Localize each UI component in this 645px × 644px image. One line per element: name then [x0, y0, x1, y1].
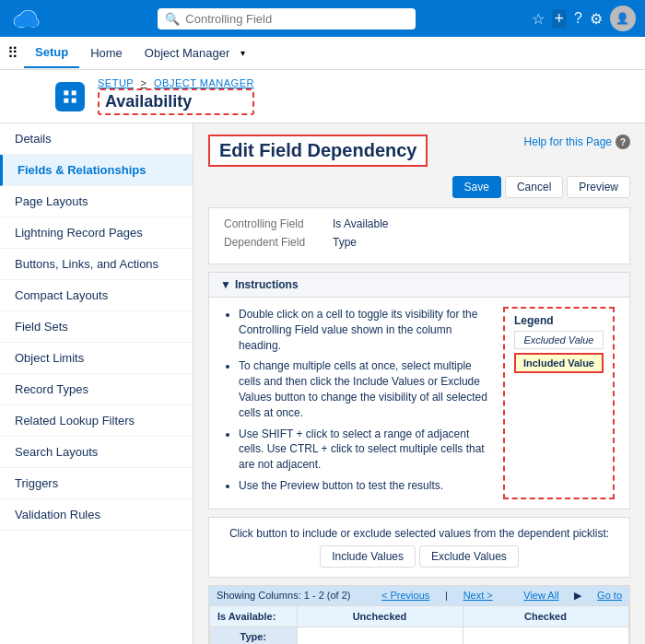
- sidebar-item-triggers[interactable]: Triggers: [0, 468, 193, 499]
- navbar: ⠿ Setup Home Object Manager ▾: [0, 37, 645, 70]
- sidebar-item-details[interactable]: Details: [0, 123, 193, 155]
- instruction-1: Double click on a cell to toggle its vis…: [239, 307, 488, 353]
- instructions-ul: Double click on a cell to toggle its vis…: [224, 307, 488, 494]
- table-header-row: Is Available: Unchecked Checked: [210, 605, 629, 626]
- dependent-field-label: Dependent Field: [224, 236, 325, 249]
- table-type-row: Type:: [210, 626, 629, 644]
- sidebar-item-related-lookup[interactable]: Related Lookup Filters: [0, 405, 193, 437]
- svg-rect-10: [64, 98, 68, 102]
- content-header: Edit Field Dependency Help for this Page…: [208, 135, 630, 167]
- svg-rect-11: [72, 98, 76, 102]
- col-is-available: Is Available:: [210, 605, 298, 626]
- salesforce-logo: [9, 2, 42, 35]
- table-head: Is Available: Unchecked Checked Type:: [210, 605, 629, 644]
- header: 🔍 ☆ + ? ⚙ 👤: [0, 0, 645, 37]
- breadcrumb-title: Availability: [105, 92, 192, 111]
- nav-previous[interactable]: < Previous: [381, 590, 429, 601]
- instructions-list: Double click on a cell to toggle its vis…: [224, 307, 488, 499]
- include-values-top[interactable]: Include Values: [320, 545, 416, 568]
- instructions-body: Double click on a cell to toggle its vis…: [209, 298, 629, 509]
- dependent-field-value: Type: [333, 236, 357, 249]
- col-type: Type:: [210, 626, 298, 644]
- svg-rect-7: [16, 21, 37, 27]
- col-checked-header: Checked: [463, 605, 628, 626]
- legend-title: Legend: [514, 314, 604, 327]
- settings-icon[interactable]: ⚙: [590, 10, 603, 28]
- instructions-header[interactable]: ▼ Instructions: [209, 273, 629, 298]
- controlling-field-value: Is Available: [333, 217, 389, 230]
- sidebar-item-compact-layouts[interactable]: Compact Layouts: [0, 280, 193, 311]
- sidebar-item-validation-rules[interactable]: Validation Rules: [0, 499, 193, 531]
- breadcrumb-sep: >: [141, 77, 147, 88]
- save-button-top[interactable]: Save: [452, 176, 501, 198]
- top-picklist-label: Click button to include or exclude selec…: [224, 527, 615, 540]
- svg-rect-8: [64, 90, 68, 95]
- page-title: Edit Field Dependency: [208, 135, 428, 167]
- add-icon[interactable]: +: [552, 9, 568, 29]
- nav-setup[interactable]: Setup: [24, 38, 79, 68]
- dependent-field-row: Dependent Field Type: [224, 236, 615, 249]
- sidebar: Details Fields & Relationships Page Layo…: [0, 123, 194, 644]
- header-icons: ☆ + ? ⚙ 👤: [532, 6, 636, 31]
- col-unchecked-header: Unchecked: [297, 605, 463, 626]
- top-picklist-btns: Include Values Exclude Values: [224, 545, 615, 568]
- controlling-field-row: Controlling Field Is Available: [224, 217, 615, 230]
- nav-dropdown-icon[interactable]: ▾: [240, 48, 245, 58]
- help-text: Help for this Page: [524, 135, 612, 148]
- object-icon: [55, 82, 85, 111]
- sidebar-item-search-layouts[interactable]: Search Layouts: [0, 437, 193, 468]
- form-section: Controlling Field Is Available Dependent…: [208, 207, 630, 264]
- col-checked-sub: [463, 626, 628, 644]
- content-area: Edit Field Dependency Help for this Page…: [194, 123, 645, 644]
- search-input[interactable]: [185, 12, 369, 26]
- help-icon[interactable]: ?: [574, 10, 582, 27]
- apps-icon[interactable]: ⠿: [7, 44, 18, 62]
- breadcrumb-bar: SETUP > OBJECT MANAGER Availability: [0, 70, 645, 123]
- breadcrumb-text: SETUP > OBJECT MANAGER Availability: [98, 77, 254, 115]
- preview-button-top[interactable]: Preview: [567, 176, 630, 198]
- nav-view-all[interactable]: View All: [523, 590, 558, 601]
- instructions-section: ▼ Instructions Double click on a cell to…: [208, 272, 630, 509]
- sidebar-item-fields[interactable]: Fields & Relationships: [0, 155, 193, 186]
- top-btn-row: Save Cancel Preview: [208, 176, 630, 198]
- cancel-button-top[interactable]: Cancel: [505, 176, 563, 198]
- sidebar-item-lightning-record-pages[interactable]: Lightning Record Pages: [0, 217, 193, 249]
- instructions-title: Instructions: [235, 278, 299, 291]
- nav-home[interactable]: Home: [79, 39, 134, 67]
- top-picklist-section: Click button to include or exclude selec…: [208, 517, 630, 578]
- nav-goto[interactable]: Go to: [597, 590, 622, 601]
- exclude-values-top[interactable]: Exclude Values: [419, 545, 519, 568]
- dep-table-wrapper: Showing Columns: 1 - 2 (of 2) < Previous…: [208, 585, 630, 644]
- main-layout: Details Fields & Relationships Page Layo…: [0, 123, 645, 644]
- star-icon[interactable]: ☆: [532, 10, 545, 28]
- sidebar-item-page-layouts[interactable]: Page Layouts: [0, 186, 193, 217]
- avatar[interactable]: 👤: [610, 6, 636, 31]
- collapse-icon: ▼: [220, 278, 231, 291]
- instruction-2: To change multiple cells at once, select…: [239, 358, 488, 420]
- help-circle-icon: ?: [616, 135, 630, 149]
- col-unchecked-sub: [297, 626, 463, 644]
- search-icon: 🔍: [165, 12, 180, 26]
- sidebar-item-record-types[interactable]: Record Types: [0, 374, 193, 405]
- instruction-4: Use the Preview button to test the resul…: [239, 478, 488, 494]
- nav-object-manager[interactable]: Object Manager: [134, 39, 241, 67]
- legend-included: Included Value: [514, 353, 604, 373]
- sidebar-item-field-sets[interactable]: Field Sets: [0, 311, 193, 343]
- breadcrumb-title-outline: Availability: [98, 88, 254, 115]
- controlling-field-label: Controlling Field: [224, 217, 325, 230]
- help-link[interactable]: Help for this Page ?: [524, 135, 630, 149]
- svg-rect-9: [72, 90, 76, 95]
- table-nav-top: Showing Columns: 1 - 2 (of 2) < Previous…: [209, 586, 629, 605]
- legend-excluded: Excluded Value: [514, 331, 604, 349]
- breadcrumb-setup[interactable]: SETUP: [98, 77, 134, 88]
- breadcrumb-path: SETUP > OBJECT MANAGER: [98, 77, 254, 88]
- instruction-3: Use SHIFT + click to select a range of a…: [239, 427, 488, 473]
- dependency-table: Is Available: Unchecked Checked Type: Si: [209, 605, 629, 644]
- sidebar-item-buttons-links[interactable]: Buttons, Links, and Actions: [0, 249, 193, 280]
- legend-box: Legend Excluded Value Included Value: [503, 307, 615, 499]
- sidebar-item-object-limits[interactable]: Object Limits: [0, 343, 193, 374]
- breadcrumb-manager[interactable]: OBJECT MANAGER: [154, 77, 254, 88]
- nav-next[interactable]: Next >: [463, 590, 493, 601]
- showing-top: Showing Columns: 1 - 2 (of 2): [217, 590, 351, 601]
- search-bar: 🔍: [158, 8, 416, 29]
